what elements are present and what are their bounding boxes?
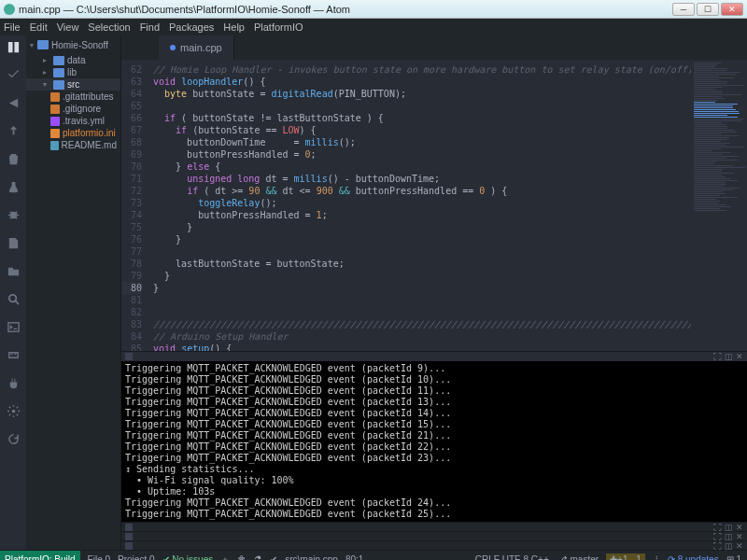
terminal-tab[interactable] (125, 353, 133, 360)
file-tree: ▸data▸lib▾src.gitattributes.gitignore.tr… (26, 54, 120, 151)
svg-point-1 (8, 294, 16, 301)
status-beaker[interactable]: ⚗ (254, 554, 262, 560)
term-close-icon[interactable]: ✕ (736, 541, 743, 551)
modified-dot-icon (170, 45, 176, 50)
settings-icon[interactable] (6, 403, 21, 418)
tab-main-cpp[interactable]: main.cpp (159, 35, 234, 60)
status-pio-build[interactable]: PlatformIO: Build (0, 551, 80, 561)
status-add[interactable]: ＋ (220, 553, 230, 561)
term-split-icon[interactable]: ◫ (725, 541, 733, 551)
terminal-panel: ⛶ ◫ ✕ Triggering MQTT_PACKET_ACKNOWLEDGE… (121, 351, 747, 550)
tree-item--gitignore[interactable]: .gitignore (26, 103, 120, 115)
test-icon[interactable] (6, 179, 21, 194)
tree-item-src[interactable]: ▾src (26, 78, 120, 91)
menu-packages[interactable]: Packages (169, 21, 214, 33)
term-maximize-icon[interactable]: ⛶ (713, 352, 722, 361)
tab-label: main.cpp (180, 42, 222, 53)
terminal-output[interactable]: Triggering MQTT_PACKET_ACKNOWLEDGED even… (121, 361, 747, 522)
term-maximize-icon[interactable]: ⛶ (713, 541, 722, 551)
svg-rect-2 (7, 322, 18, 330)
tree-item--gitattributes[interactable]: .gitattributes (26, 91, 120, 103)
code-content[interactable]: // Homie Loop Handler - invokes button s… (148, 60, 691, 351)
tree-item-README-md[interactable]: README.md (26, 139, 120, 151)
serial-icon[interactable] (6, 347, 21, 362)
term-split-icon[interactable]: ◫ (725, 523, 733, 532)
plug-icon[interactable] (6, 375, 21, 390)
trash-icon[interactable] (6, 151, 21, 166)
toggle-button[interactable] (6, 39, 21, 54)
status-branch[interactable]: ⎇ master (557, 554, 599, 560)
status-project[interactable]: Project 0 (118, 554, 154, 560)
status-path[interactable]: src\main.cpp (285, 554, 338, 560)
close-button[interactable]: ✕ (721, 3, 743, 16)
menubar: FileEditViewSelectionFindPackagesHelpPla… (0, 19, 747, 35)
folder-icon[interactable] (6, 263, 21, 278)
status-trash[interactable]: 🗑 (237, 554, 247, 560)
term-close-icon[interactable]: ✕ (736, 352, 743, 361)
refresh-icon[interactable] (6, 431, 21, 446)
menu-help[interactable]: Help (223, 21, 245, 33)
term-close-icon[interactable]: ✕ (736, 532, 743, 541)
menu-file[interactable]: File (4, 21, 21, 33)
sidebar: ▾ Homie-Sonoff ▸data▸lib▾src.gitattribut… (26, 35, 121, 550)
term-split-icon[interactable]: ◫ (725, 532, 733, 541)
status-fetch[interactable]: ⇣ (653, 554, 660, 560)
code-editor[interactable]: 6263646566676869707172737475767778798081… (121, 60, 691, 351)
project-name: Homie-Sonoff (51, 40, 108, 50)
term-maximize-icon[interactable]: ⛶ (713, 532, 722, 541)
status-updates[interactable]: ⟳ 8 updates (668, 554, 719, 560)
titlebar: main.cpp — C:\Users\shut\Documents\Platf… (0, 0, 747, 19)
status-file[interactable]: File 0 (88, 554, 110, 560)
tree-item-lib[interactable]: ▸lib (26, 66, 120, 78)
menu-find[interactable]: Find (140, 21, 160, 33)
status-squirrel[interactable]: ⊞ 1 (726, 554, 741, 560)
tab-bar: main.cpp (121, 35, 747, 60)
terminal-tab-3[interactable] (125, 533, 133, 540)
upload-icon[interactable] (6, 123, 21, 138)
tree-item-platformio-ini[interactable]: platformio.ini (26, 127, 120, 139)
svg-point-3 (11, 409, 15, 413)
window-title: main.cpp — C:\Users\shut\Documents\Platf… (19, 4, 672, 15)
arrow-icon[interactable] (6, 95, 21, 110)
search-icon[interactable] (6, 291, 21, 306)
term-close-icon[interactable]: ✕ (736, 523, 743, 532)
status-check[interactable]: ✔ (270, 554, 277, 560)
menu-platformio[interactable]: PlatformIO (254, 21, 303, 33)
terminal-tab-2[interactable] (125, 524, 133, 531)
line-gutter: 6263646566676869707172737475767778798081… (121, 60, 148, 351)
term-maximize-icon[interactable]: ⛶ (713, 523, 722, 532)
status-issues[interactable]: ✔ No issues (162, 554, 214, 560)
term-split-icon[interactable]: ◫ (725, 352, 733, 361)
check-icon[interactable] (6, 67, 21, 82)
file-icon[interactable] (6, 235, 21, 250)
project-header[interactable]: ▾ Homie-Sonoff (26, 35, 120, 54)
menu-edit[interactable]: Edit (30, 21, 48, 33)
bug-icon[interactable] (6, 207, 21, 222)
minimap[interactable] (691, 60, 747, 351)
menu-selection[interactable]: Selection (88, 21, 130, 33)
minimize-button[interactable]: ─ (672, 3, 695, 16)
terminal-tab-4[interactable] (125, 542, 133, 550)
statusbar: PlatformIO: Build File 0 Project 0 ✔ No … (0, 550, 747, 560)
app-icon (4, 4, 15, 15)
terminal-icon[interactable] (6, 319, 21, 334)
tree-item--travis-yml[interactable]: .travis.yml (26, 115, 120, 127)
activity-bar (0, 35, 26, 550)
maximize-button[interactable]: ☐ (697, 3, 719, 16)
status-cursor[interactable]: 80:1 (345, 554, 363, 560)
status-diff[interactable]: ✚+1, -1 (606, 553, 645, 560)
status-encoding[interactable]: CRLF UTF-8 C++ (475, 554, 549, 560)
tree-item-data[interactable]: ▸data (26, 54, 120, 66)
menu-view[interactable]: View (57, 21, 79, 33)
